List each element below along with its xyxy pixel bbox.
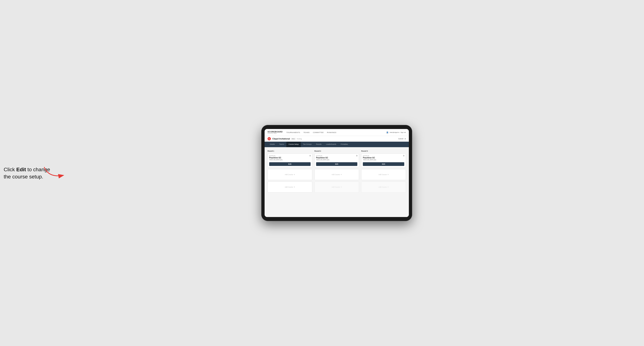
round-2-course-label: (Course A)	[316, 155, 358, 156]
gender-badge: Men	[291, 138, 296, 140]
nav-link-rankings[interactable]: RANKINGS	[327, 132, 336, 133]
round-1-column: Round 1 (Course A) Peachtree GC Yellow (…	[268, 150, 312, 194]
round-2-add-course-label-2: Add Course	[332, 186, 340, 188]
top-nav: SCOREBOARD Powered by clippd TOURNAMENTS…	[264, 129, 409, 136]
tablet-screen: SCOREBOARD Powered by clippd TOURNAMENTS…	[264, 129, 409, 217]
round-1-edit-button[interactable]: Edit	[269, 162, 310, 166]
round-3-trash-icon[interactable]: 🗑	[403, 155, 404, 157]
round-3-add-course-plus-icon: +	[388, 173, 389, 176]
round-1-course-name: Peachtree GC	[269, 157, 310, 159]
round-1-course-card: (Course A) Peachtree GC Yellow (M) (6629…	[268, 154, 312, 168]
cancel-button[interactable]: Cancel	[398, 138, 403, 140]
logo-sub: Powered by clippd	[268, 133, 282, 134]
logo-title: SCOREBOARD	[268, 131, 282, 133]
user-email: blair@clippd.io	[390, 132, 400, 133]
tournament-logo-icon: C	[268, 137, 271, 140]
close-icon[interactable]: ✕	[404, 138, 406, 140]
round-3-title: Round 3	[361, 150, 406, 152]
add-course-plus-icon: +	[294, 173, 295, 176]
round-3-course-label: (Course A)	[363, 155, 404, 156]
nav-user: 👤 blair@clippd.io Sign out	[386, 131, 406, 134]
nav-link-committee[interactable]: COMMITTEE	[313, 132, 324, 133]
round-2-column: Round 2 (Course A) Peachtree GC Yellow (…	[314, 150, 359, 194]
round-2-course-name: Peachtree GC	[316, 157, 358, 159]
scoreboard-logo: SCOREBOARD Powered by clippd	[268, 131, 282, 134]
add-course-label: Add Course	[285, 174, 293, 175]
round-2-add-course-plus-icon: +	[340, 173, 342, 176]
outer-wrapper: Click Edit to change the course setup. S…	[0, 118, 644, 228]
round-2-course-details: Yellow (M) (6629 yds)	[316, 159, 358, 161]
round-3-add-course-label: Add Course	[378, 174, 387, 175]
round-1-title: Round 1	[268, 150, 312, 152]
round-1-course-details: Yellow (M) (6629 yds)	[269, 159, 310, 161]
round-3-column: Round 3 (Course A) Peachtree GC Yellow (…	[361, 150, 406, 194]
tab-leaderboards[interactable]: Leaderboards	[324, 142, 338, 147]
tablet-device: SCOREBOARD Powered by clippd TOURNAMENTS…	[261, 125, 412, 221]
round-2-edit-button[interactable]: Edit	[316, 162, 358, 166]
sub-header-actions: Cancel ✕	[398, 138, 406, 140]
round-1-add-course-2[interactable]: Add Course +	[268, 181, 312, 192]
main-content: Round 1 (Course A) Peachtree GC Yellow (…	[264, 147, 409, 217]
nav-links: TOURNAMENTS TEAMS COMMITTEE RANKINGS	[286, 132, 386, 133]
sign-out-link[interactable]: Sign out	[400, 132, 406, 133]
add-course-plus-icon-2: +	[294, 186, 295, 188]
round-3-edit-button[interactable]: Edit	[363, 162, 404, 166]
instruction-bold: Edit	[16, 167, 26, 172]
nav-link-tournaments[interactable]: TOURNAMENTS	[286, 132, 300, 133]
round-1-course-label: (Course A)	[269, 155, 310, 156]
tab-teams[interactable]: Teams	[277, 142, 286, 147]
sub-header: C Clippd Invitational Men Hosting Cancel…	[264, 136, 409, 142]
tab-printables[interactable]: Printables	[338, 142, 350, 147]
round-3-course-card: (Course A) Peachtree GC Yellow (M) (6629…	[361, 154, 406, 168]
round-2-add-course-plus-icon-2: +	[340, 186, 342, 188]
add-course-label-2: Add Course	[285, 186, 293, 188]
hosting-status: Hosting	[297, 138, 302, 140]
round-3-add-course-plus-icon-2: +	[388, 186, 389, 188]
nav-link-teams[interactable]: TEAMS	[304, 132, 310, 133]
round-2-title: Round 2	[314, 150, 359, 152]
round-3-add-course-1[interactable]: Add Course +	[361, 169, 406, 180]
round-2-add-course-1[interactable]: Add Course +	[314, 169, 359, 180]
round-3-course-details: Yellow (M) (6629 yds)	[363, 159, 404, 161]
round-3-add-course-label-2: Add Course	[378, 186, 387, 188]
tournament-name: Clippd Invitational	[272, 138, 290, 140]
round-1-add-course-1[interactable]: Add Course +	[268, 169, 312, 180]
round-3-add-course-2: Add Course +	[361, 181, 406, 192]
rounds-container: Round 1 (Course A) Peachtree GC Yellow (…	[268, 150, 406, 194]
tab-course-setup[interactable]: Course Setup	[286, 142, 301, 147]
round-2-course-card: (Course A) Peachtree GC Yellow (M) (6629…	[314, 154, 359, 168]
user-avatar-icon: 👤	[386, 131, 388, 134]
tab-tee-groups[interactable]: Tee Groups	[301, 142, 314, 147]
tab-nav: Details Teams Course Setup Tee Groups Re…	[264, 142, 409, 147]
round-2-trash-icon[interactable]: 🗑	[356, 155, 358, 157]
tab-results[interactable]: Results	[314, 142, 324, 147]
tab-details[interactable]: Details	[268, 142, 277, 147]
round-2-add-course-2: Add Course +	[314, 181, 359, 192]
round-2-add-course-label: Add Course	[332, 174, 340, 175]
instruction-prefix: Click	[4, 167, 16, 172]
round-1-trash-icon[interactable]: 🗑	[309, 155, 311, 157]
round-3-course-name: Peachtree GC	[363, 157, 404, 159]
arrow-icon	[43, 165, 65, 180]
